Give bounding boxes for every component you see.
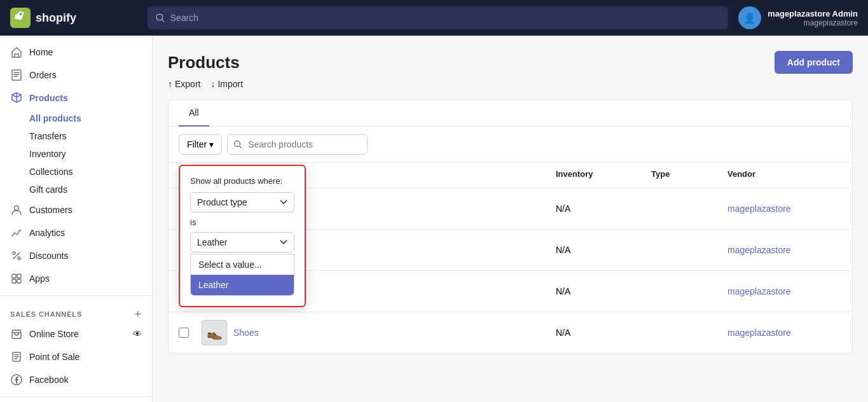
export-button[interactable]: ↑ Export: [168, 79, 200, 89]
filter-value-select[interactable]: Leather: [190, 232, 294, 253]
svg-rect-7: [17, 274, 21, 278]
svg-point-5: [18, 257, 20, 260]
product-inventory: N/A: [556, 204, 651, 214]
sidebar-products-submenu: All products Transfers Inventory Collect…: [0, 109, 152, 198]
product-vendor[interactable]: mageplazastore: [727, 286, 842, 296]
page-actions: ↑ Export ↓ Import: [168, 79, 853, 89]
topnav: shopify 👤 mageplazastore Admin mageplaza…: [0, 0, 868, 36]
svg-point-4: [13, 252, 15, 254]
svg-rect-6: [12, 274, 16, 278]
store-icon: [10, 328, 23, 340]
row-checkbox[interactable]: [179, 328, 189, 338]
table-row: 👞 Shoes N/A mageplazastore: [169, 312, 852, 353]
filter-is-label: is: [190, 218, 294, 227]
tabs: All: [169, 100, 852, 127]
sidebar-item-customers-label: Customers: [29, 205, 72, 215]
sidebar-item-orders[interactable]: Orders: [0, 64, 152, 87]
products-icon: [10, 92, 23, 104]
product-inventory: N/A: [556, 245, 651, 255]
filter-dropdown-item-leather[interactable]: Leather: [191, 275, 294, 295]
add-sales-channel-btn[interactable]: +: [135, 308, 142, 320]
import-button[interactable]: ↓ Import: [210, 79, 243, 89]
sidebar-item-online-store-label: Online Store: [29, 329, 79, 339]
search-products-wrapper: [227, 134, 842, 155]
table-header-vendor: Vendor: [727, 169, 842, 181]
filter-type-select[interactable]: Product type: [190, 192, 294, 212]
svg-rect-9: [17, 279, 21, 283]
sidebar-sub-item-all-products[interactable]: All products: [29, 109, 152, 127]
filter-value-dropdown: Select a value... Leather: [190, 254, 294, 296]
sidebar-item-home-label: Home: [29, 47, 53, 57]
sales-channels-label: SALES CHANNELS: [10, 310, 82, 318]
sidebar: Home Orders Products All products Transf…: [0, 36, 153, 402]
page-title: Products: [168, 53, 240, 73]
sidebar-sub-item-gift-cards[interactable]: Gift cards: [29, 181, 152, 198]
sidebar-sub-item-transfers[interactable]: Transfers: [29, 127, 152, 145]
product-vendor[interactable]: mageplazastore: [727, 204, 842, 214]
sidebar-item-point-of-sale[interactable]: Point of Sale: [0, 345, 152, 368]
search-bar[interactable]: [148, 6, 728, 29]
sales-channels-section: SALES CHANNELS +: [0, 301, 152, 322]
svg-point-3: [15, 206, 19, 211]
add-product-button[interactable]: Add product: [775, 51, 853, 74]
orders-icon: [10, 69, 23, 81]
sidebar-item-analytics[interactable]: Analytics: [0, 221, 152, 244]
user-info: mageplazastore Admin mageplazastore: [768, 9, 858, 27]
user-area: 👤 mageplazastore Admin mageplazastore: [738, 6, 858, 29]
analytics-icon: [10, 226, 23, 239]
sidebar-item-discounts-label: Discounts: [29, 251, 68, 261]
shopify-logo-icon: [10, 8, 31, 28]
sidebar-item-apps-label: Apps: [29, 274, 50, 284]
sidebar-item-orders-label: Orders: [29, 70, 57, 80]
product-vendor[interactable]: mageplazastore: [727, 245, 842, 255]
import-icon: ↓: [210, 79, 215, 89]
filter-chevron-icon: ▾: [209, 139, 214, 149]
tab-all[interactable]: All: [179, 100, 209, 127]
page-header: Products Add product: [168, 51, 853, 74]
search-products-input[interactable]: [227, 134, 368, 155]
sidebar-item-discounts[interactable]: Discounts: [0, 244, 152, 267]
home-icon: [10, 46, 23, 59]
sidebar-item-analytics-label: Analytics: [29, 228, 65, 238]
sidebar-item-facebook-label: Facebook: [29, 375, 68, 385]
eye-icon: 👁: [133, 329, 142, 339]
export-icon: ↑: [168, 79, 172, 89]
layout: Home Orders Products All products Transf…: [0, 36, 868, 402]
product-cell: 👞 Shoes: [202, 320, 556, 345]
product-inventory: N/A: [556, 286, 651, 296]
sidebar-item-products[interactable]: Products: [0, 87, 152, 109]
avatar: 👤: [738, 6, 761, 29]
sidebar-sub-item-collections[interactable]: Collections: [29, 163, 152, 181]
row-checkbox-col: [179, 328, 202, 338]
apps-icon: [10, 272, 23, 285]
pos-icon: [10, 350, 23, 363]
sidebar-item-facebook[interactable]: Facebook: [0, 368, 152, 391]
product-vendor[interactable]: mageplazastore: [727, 328, 842, 338]
sidebar-item-customers[interactable]: Customers: [0, 198, 152, 221]
sidebar-item-apps[interactable]: Apps: [0, 267, 152, 290]
table-header-type: Type: [651, 169, 727, 181]
filter-dropdown-item-select-value[interactable]: Select a value...: [191, 254, 294, 275]
discounts-icon: [10, 249, 23, 262]
main-content: Products Add product ↑ Export ↓ Import A…: [153, 36, 868, 402]
logo-text: shopify: [36, 11, 76, 25]
sidebar-divider: [0, 295, 152, 296]
product-name[interactable]: Shoes: [233, 328, 259, 338]
sidebar-sub-item-inventory[interactable]: Inventory: [29, 145, 152, 163]
filter-button[interactable]: Filter ▾: [179, 134, 222, 155]
sidebar-item-home[interactable]: Home: [0, 41, 152, 64]
search-icon: [155, 13, 165, 23]
facebook-icon: [10, 373, 23, 386]
filter-label: Filter: [187, 139, 207, 149]
sidebar-item-online-store[interactable]: Online Store 👁: [0, 322, 152, 345]
global-search-input[interactable]: [170, 13, 721, 23]
customers-icon: [10, 204, 23, 216]
filter-bar: Filter ▾ Show all products where: Produc…: [169, 127, 852, 163]
user-store: mageplazastore: [768, 18, 858, 27]
svg-rect-2: [12, 70, 21, 80]
user-name: mageplazastore Admin: [768, 9, 858, 18]
product-thumb: 👞: [202, 320, 227, 345]
sidebar-divider-2: [0, 396, 152, 397]
sidebar-item-products-label: Products: [29, 93, 68, 103]
search-products-icon: [233, 140, 242, 149]
